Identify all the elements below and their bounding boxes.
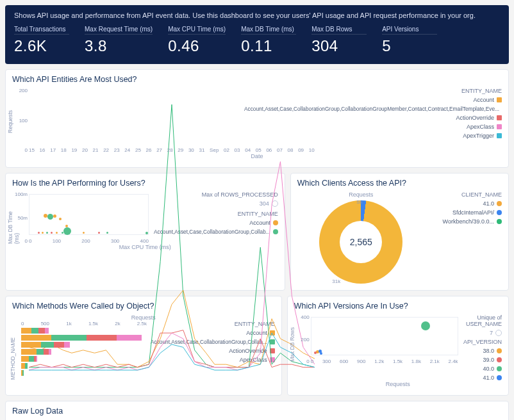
legend-swatch: [497, 115, 502, 120]
kpi-label: Max DB Time (ms): [241, 26, 296, 35]
legend-label: Account: [473, 97, 494, 103]
x-axis-ticks: 03006009001.2k1.5k1.8k2.1k2.4k: [311, 359, 458, 364]
chart-title: Which API Entities Are Most Used?: [12, 75, 502, 84]
scatter-plot: [29, 194, 149, 235]
legend-label: ApexClass: [467, 124, 494, 130]
clients-chart-card[interactable]: Which Clients Access the API? Requests 2…: [290, 173, 509, 291]
legend-unique-value: 7: [463, 330, 502, 336]
legend-label: SfdcInternalAPI/: [452, 209, 494, 216]
kpi-value: 2.6K: [14, 37, 69, 55]
kpi-value: 3.8: [85, 37, 153, 55]
legend-swatch: [497, 366, 502, 371]
legend-label: 40.0: [483, 366, 494, 372]
raw-log-card[interactable]: Raw Log Data #TIMESTAMP_DERIVEDUser.Name…: [5, 401, 509, 420]
entities-chart-card[interactable]: Which API Entities Are Most Used? 200100…: [5, 69, 509, 168]
legend-label: ActionOverride: [456, 115, 494, 121]
kpi-max-request-time[interactable]: Max Request Time (ms) 3.8: [85, 26, 153, 55]
bar-plot: [21, 328, 147, 376]
chart-title: Which Clients Access the API?: [297, 179, 502, 188]
legend-header: CLIENT_NAME: [425, 191, 502, 198]
kpi-label: Max CPU Time (ms): [168, 26, 226, 35]
kpi-label: Max Request Time (ms): [85, 26, 153, 35]
y-axis-ticks: 4002000: [295, 314, 310, 364]
legend-label: 39.0: [483, 357, 494, 363]
donut-center-value: 2,565: [350, 237, 372, 247]
legend-label: 41.0: [483, 200, 494, 207]
legend-item[interactable]: SfdcInternalAPI/: [425, 209, 502, 216]
kpi-value: 0.11: [241, 37, 296, 55]
legend-label: Workbench/39.0.0...: [443, 218, 494, 225]
donut-chart: 2,565: [319, 200, 402, 284]
kpi-api-versions[interactable]: API Versions 5: [382, 26, 437, 55]
bubble-size-icon: [495, 330, 502, 336]
hero-banner: Shows API usage and performance from API…: [5, 5, 509, 64]
kpi-max-cpu-time[interactable]: Max CPU Time (ms) 0.46: [168, 26, 226, 55]
kpi-total-transactions[interactable]: Total Transactions 2.6K: [14, 26, 69, 55]
table-title: Raw Log Data: [12, 407, 502, 416]
kpi-value: 0.46: [168, 37, 226, 55]
x-axis-ticks: 05001k1.5k2k2.5k: [21, 321, 147, 327]
y-axis-label: Requests: [7, 110, 13, 133]
y-axis-label: Max DB Rows: [289, 327, 295, 362]
legend-label: ApexTrigger: [463, 133, 494, 139]
kpi-label: Total Transactions: [14, 26, 69, 35]
legend-swatch: [497, 201, 502, 206]
kpi-label: Max DB Rows: [311, 26, 367, 35]
donut-center-label: Requests: [297, 191, 425, 198]
legend-swatch: [497, 348, 502, 353]
legend-item[interactable]: 41.0: [425, 200, 502, 207]
legend-item[interactable]: ApexClass: [322, 124, 502, 130]
kpi-value: 304: [311, 37, 367, 55]
kpi-row: Total Transactions 2.6K Max Request Time…: [14, 26, 500, 55]
versions-chart-card[interactable]: Which API Versions Are In Use? 4002000 0…: [287, 296, 509, 396]
legend-item[interactable]: Workbench/39.0.0...: [425, 218, 502, 225]
legend-item[interactable]: ApexTrigger: [322, 133, 502, 139]
legend-swatch: [497, 219, 502, 224]
legend-swatch: [497, 210, 502, 215]
legend-swatch: [497, 124, 502, 129]
legend-item[interactable]: Account,Asset,Case,CollaborationGroup,Co…: [322, 106, 502, 112]
legend-swatch: [497, 375, 502, 380]
y-axis-label: METHOD_NAME: [10, 337, 16, 380]
legend-item[interactable]: 41.0: [463, 375, 502, 381]
chart-title: Which API Versions Are In Use?: [294, 302, 502, 311]
y-axis-ticks: 2001000: [13, 88, 28, 153]
legend-swatch: [497, 133, 502, 138]
legend-item[interactable]: 38.0: [463, 348, 502, 354]
x-axis-ticks: 1516171819202122232425262728293031Sep020…: [29, 147, 315, 153]
legend-unique-label: Unique of USER_NAME: [463, 314, 502, 327]
kpi-value: 5: [382, 37, 437, 55]
legend-header: ENTITY_NAME: [322, 88, 502, 94]
kpi-max-db-time[interactable]: Max DB Time (ms) 0.11: [241, 26, 296, 55]
kpi-label: API Versions: [382, 26, 437, 35]
legend-item[interactable]: Account: [322, 97, 502, 103]
kpi-max-db-rows[interactable]: Max DB Rows 304: [311, 26, 367, 55]
legend-swatch: [497, 97, 502, 102]
x-axis-label: Requests: [294, 381, 502, 387]
legend-item[interactable]: 40.0: [463, 366, 502, 372]
legend-item[interactable]: ActionOverride: [322, 115, 502, 121]
scatter-plot: [311, 317, 458, 355]
y-axis-label: Max DB Time (ms): [7, 202, 20, 244]
legend-header: API_VERSION: [463, 339, 502, 345]
x-axis-ticks: 0100200300400: [29, 238, 149, 244]
legend-item[interactable]: 39.0: [463, 357, 502, 363]
hero-description: Shows API usage and performance from API…: [14, 12, 500, 19]
legend-label: 41.0: [483, 375, 494, 381]
legend-swatch: [497, 357, 502, 362]
legend-label: 38.0: [483, 348, 494, 354]
